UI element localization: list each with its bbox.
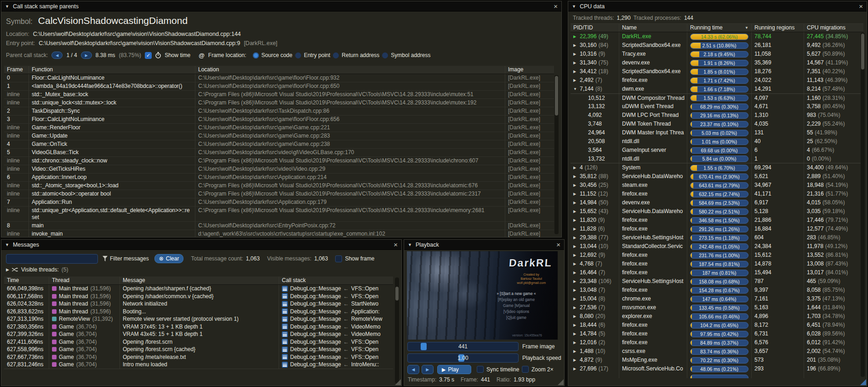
expander-icon[interactable]: ▶ [573,33,578,40]
callstack-parent-frame[interactable]: IntroMenu:: [351,361,379,368]
close-icon[interactable]: × [554,3,558,10]
cpu-process-row[interactable]: ▶ 13,048 (7) firefox.exe 154.28 ms (0.67… [571,286,863,295]
frame-row[interactable]: 7 Application::Run C:\Users\wolf\Desktop… [4,198,554,207]
cpu-process-row[interactable]: ▶ 8,080 (20) explorer.exe 105.66 ms (0.4… [571,312,863,321]
resize-grip[interactable] [558,379,564,385]
callstack-frame[interactable]: DebugLog::Message [290,346,341,353]
cpu-process-row[interactable] [571,373,863,378]
cpu-process-row[interactable]: ▶ 10,316 (9) Tracy.exe 2.18 s (9.45%) 11… [571,50,863,58]
expander-icon[interactable]: ▶ [573,68,578,75]
radio-icon[interactable] [333,52,339,58]
messages-panel-titlebar[interactable]: ▼ Messages × [1,240,401,250]
cpu-process-row[interactable]: ▶ 29,388 (77) ServiceHub.SettingsHost 27… [571,233,863,242]
callstack-frame[interactable]: DebugLog::Message [290,354,341,361]
frame-row[interactable]: inline std::chrono::steady_clock::now C:… [4,157,554,165]
callstack-icon[interactable] [282,347,288,352]
frame-location-radio[interactable]: Return address [333,52,379,58]
cpu-process-row[interactable]: ▼ 7,144 (8) dwm.exe 1.66 s (7.18%) 14,29… [571,85,863,93]
expander-icon[interactable]: ▶ [573,208,578,215]
frame-row[interactable]: inline invoke_main d:\agent\_work\63\s\s… [4,230,554,237]
callstack-frame[interactable]: DebugLog::Message [290,316,341,323]
callstack-parent-frame[interactable]: VFS::Open [351,285,378,292]
expander-icon[interactable]: ▶ [573,304,578,312]
frame-location-radio[interactable]: Symbol address [382,52,430,58]
expander-icon[interactable]: ▶ [573,286,578,294]
frame-row[interactable]: inline std::unique_ptr<Application,std::… [4,207,554,222]
expander-icon[interactable]: ▶ [573,216,578,224]
callstack-parent-frame[interactable]: VFS::Open [351,346,378,353]
expander-icon[interactable]: ▶ [573,76,578,84]
cpu-process-row[interactable]: 10,512 DWM Compositor Thread 1.53 s (6.6… [571,93,863,102]
cpu-process-row[interactable]: ▶ 11,828 (6) firefox.exe 291.26 ms (1.26… [571,225,863,233]
col-pid-tid[interactable]: PID/TID [571,24,619,32]
cpu-process-row[interactable]: ▶ 30,160 (84) ScriptedSandbox64.exe 2.51… [571,41,863,50]
cpu-process-row[interactable]: ▶ 4 (126) System 1.55 s (6.70%) 69,294 3… [571,163,863,172]
visible-threads-label[interactable]: Visible threads: [21,266,59,273]
callstack-icon[interactable] [282,339,288,345]
radio-icon[interactable] [253,52,259,58]
col-cpu-migrations[interactable]: CPU migrations [804,24,863,32]
callstack-frame[interactable]: DebugLog::Message [290,339,341,346]
callstack-parent-frame[interactable]: RemoteView [351,316,383,323]
cpu-process-row[interactable]: ▶ 34,412 (18) ScriptedSandbox64.exe 1.85… [571,67,863,76]
message-row[interactable]: 627,411,606ns Game (36,704) Opening /for… [4,338,393,346]
expander-icon[interactable]: ▶ [573,295,578,303]
callstack-frame[interactable]: DebugLog::Message [290,285,341,292]
zoom-2x-checkbox[interactable] [522,366,529,373]
scrollbar-thumb[interactable] [395,287,399,300]
collapse-icon[interactable]: ▼ [408,243,412,247]
message-row[interactable]: 627,667,736ns Game (36,704) Opening /met… [4,353,393,361]
callstack-icon[interactable] [282,308,288,314]
expander-icon[interactable]: ▶ [573,173,578,180]
callstack-frame[interactable]: DebugLog::Message [290,300,341,307]
resize-grip[interactable] [860,379,866,385]
next-frame-button[interactable]: ▶ [422,365,434,374]
cpu-process-row[interactable]: ▶ 27,696 (17) Microsoft.ServiceHub.Co 48… [571,364,863,373]
cpu-process-row[interactable]: ▶ 14,984 (50) devenv.exe 584.69 ms (2.53… [571,198,863,207]
expander-icon[interactable]: ▶ [573,347,578,355]
expander-icon[interactable]: ▶ [573,59,578,67]
filter-input[interactable] [6,254,98,264]
message-row[interactable]: 626,024,328ns Main thread (31,596) Netwo… [4,300,393,308]
sync-timeline-checkbox[interactable] [477,366,484,373]
callstack-icon[interactable] [282,354,288,360]
expander-icon[interactable]: ▶ [573,190,578,198]
expander-icon[interactable]: ▼ [573,85,578,93]
clear-button[interactable]: ⊗ Clear [154,254,184,263]
expander-icon[interactable]: ▶ [573,269,578,277]
frames-scrollbar[interactable] [554,75,559,234]
frame-row[interactable]: 5 VideoGLBase::Tick C:\Users\wolf\Deskto… [4,149,554,157]
expander-icon[interactable]: ▶ [573,356,578,364]
callstack-icon[interactable] [282,301,288,307]
callstack-parent-frame[interactable]: Application: [351,308,380,315]
show-time-checkbox[interactable]: ✓ [145,52,152,59]
next-callstack-button[interactable]: ▶ [81,52,92,59]
expander-icon[interactable]: ▶ [573,50,578,58]
cpu-process-row[interactable]: 24,964 DWM Master Input Threa 5.03 ms (0… [571,128,863,137]
scrollbar-thumb[interactable] [555,76,558,116]
cpu-process-row[interactable]: 20,508 ntdll.dll 1.01 ms (0.00%) 40 25 (… [571,137,863,146]
col-running-regions[interactable]: Running regions [752,24,804,32]
callstack-parent-frame[interactable]: VideoMemo [351,331,381,338]
radio-icon[interactable] [295,52,301,58]
scrollbar-thumb[interactable] [861,34,864,69]
callstack-icon[interactable] [282,293,288,299]
cpu-panel-titlebar[interactable]: ▼ CPU data × [568,1,867,12]
expander-icon[interactable]: ▶ [573,365,578,373]
cpu-process-row[interactable]: ▶ 13,044 (10) StandardCollector.Servic 2… [571,242,863,251]
message-row[interactable]: 606,117,568ns Main thread (31,596) Openi… [4,293,393,300]
close-icon[interactable]: × [556,242,560,248]
expander-icon[interactable]: ▶ [573,260,578,268]
cpu-process-row[interactable]: 13,732 ntdll.dll 5.84 us (0.00%) 1 0 (0.… [571,155,863,163]
cpu-process-row[interactable]: ▶ 2,492 (7) firefox.exe 1.71 s (7.42%) 2… [571,76,863,85]
frame-row[interactable]: 0 Floor::CalcLightNoLuminance C:\Users\w… [4,74,554,82]
close-icon[interactable]: × [859,3,863,10]
frame-row[interactable]: 6 Application::InnerLoop C:\Users\wolf\D… [4,173,554,182]
cpu-process-row[interactable]: ▶ 11,152 (12) firefox.exe 632.15 ms (2.7… [571,190,863,198]
col-name[interactable]: Name [619,24,687,32]
location-path[interactable]: C:\Users\wolf\Desktop\darkrl\src\game\vi… [33,31,241,37]
cpu-process-row[interactable]: ▶ 30,456 (25) steam.exe 643.61 ms (2.79%… [571,181,863,190]
expander-icon[interactable]: ▶ [573,330,578,338]
frame-location-radio[interactable]: Entry point [295,52,330,58]
frame-row[interactable]: inline std::unique_lock<std::mutex>::loc… [4,99,554,107]
